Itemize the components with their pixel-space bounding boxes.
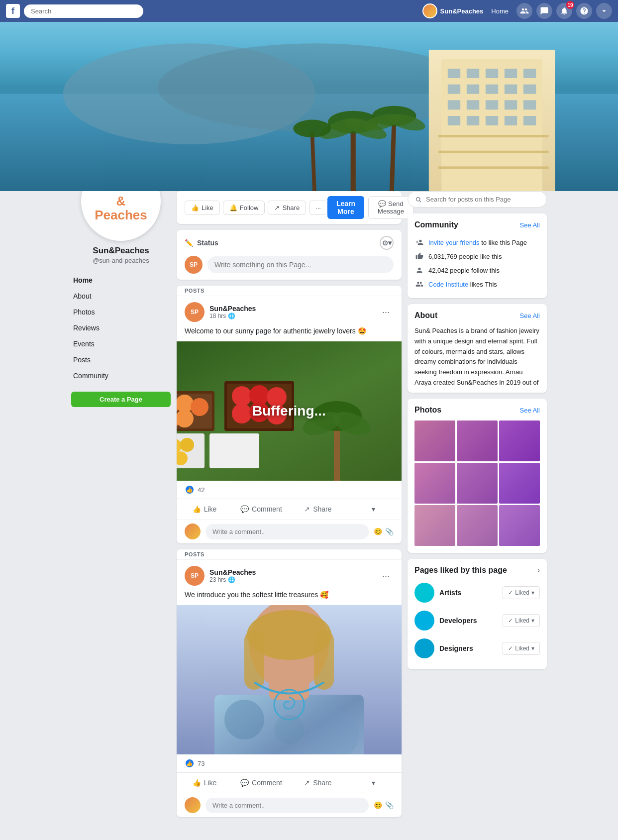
ellipsis-icon: ···: [315, 204, 321, 211]
nav-profile[interactable]: Sun&Peaches: [422, 3, 484, 18]
post-like-btn-1[interactable]: 👍 Like: [177, 501, 232, 517]
post-image-2: [177, 605, 402, 754]
nav-menu-icon[interactable]: [596, 3, 612, 19]
post-meta-2: 23 hrs 🌐: [209, 576, 256, 583]
svg-rect-6: [448, 69, 460, 78]
pages-liked-widget: Pages liked by this page › Artists ✓ Lik…: [408, 559, 547, 669]
more-button[interactable]: ···: [309, 201, 327, 215]
sidebar-item-photos[interactable]: Photos: [71, 304, 171, 320]
designers-liked-btn[interactable]: ✓ Liked ▾: [503, 642, 540, 655]
learn-more-button[interactable]: Learn More: [327, 196, 364, 219]
messenger-icon: 💬: [378, 200, 388, 208]
sidebar-item-events[interactable]: Events: [71, 336, 171, 352]
sidebar-item-about[interactable]: About: [71, 288, 171, 304]
svg-rect-16: [448, 100, 460, 109]
nav-messages-icon[interactable]: [536, 3, 552, 19]
create-page-button[interactable]: Create a Page: [71, 392, 171, 407]
sidebar-item-home[interactable]: Home: [71, 272, 171, 288]
community-code-item: Code Institute likes This: [414, 277, 540, 291]
checkmark-icon-1: ✓: [508, 617, 513, 624]
post-author-name-1[interactable]: Sun&Peaches: [209, 305, 256, 313]
photo-thumb-7[interactable]: [414, 505, 455, 546]
post-author-name-2[interactable]: Sun&Peaches: [209, 568, 256, 576]
pages-liked-title: Pages liked by this page: [414, 566, 507, 575]
photo-thumb-3[interactable]: [499, 420, 540, 461]
svg-point-38: [293, 120, 331, 137]
photos-see-all[interactable]: See All: [520, 407, 540, 414]
svg-rect-26: [438, 135, 549, 137]
about-see-all[interactable]: See All: [520, 312, 540, 319]
post-comment-btn-2[interactable]: 💬 Comment: [232, 775, 290, 791]
global-search-input[interactable]: [24, 4, 143, 18]
svg-rect-8: [486, 69, 498, 78]
nav-home-btn[interactable]: Home: [487, 5, 513, 17]
post-more-1[interactable]: ···: [378, 305, 394, 319]
community-see-all[interactable]: See All: [520, 221, 540, 229]
post-comment-btn-1[interactable]: 💬 Comment: [232, 501, 290, 517]
sidebar-item-community[interactable]: Community: [71, 368, 171, 384]
photo-thumb-9[interactable]: [499, 505, 540, 546]
like-button[interactable]: 👍 Like: [185, 201, 220, 215]
svg-rect-18: [486, 100, 498, 109]
code-institute-link[interactable]: Code Institute: [428, 281, 468, 288]
post-text-1: Welcome to our sunny page for authentic …: [177, 326, 402, 341]
globe-indicator-2: 🌐: [228, 576, 235, 583]
nav-notifications-icon[interactable]: 19: [556, 3, 572, 19]
post-card-2: Posts SP Sun&Peaches 23 hrs 🌐 ···: [177, 549, 402, 817]
status-input-row: SP: [185, 256, 394, 274]
emoji-icon-1[interactable]: 😊: [374, 527, 382, 535]
status-input[interactable]: [207, 256, 394, 273]
emoji-icon-2[interactable]: 😊: [374, 801, 382, 809]
designers-name[interactable]: Designers: [439, 644, 473, 652]
sidebar-item-posts[interactable]: Posts: [71, 352, 171, 368]
photo-thumb-4[interactable]: [414, 463, 455, 504]
follow-button[interactable]: 🔔 Follow: [223, 201, 265, 215]
post-more-action-btn-1[interactable]: ▾: [346, 501, 402, 517]
photo-thumb-8[interactable]: [457, 505, 498, 546]
post-label-2: Posts: [177, 549, 402, 560]
nav-friends-icon[interactable]: [516, 3, 532, 19]
cover-image: [0, 22, 618, 191]
comment-input-2[interactable]: [206, 798, 369, 813]
photo-thumb-1[interactable]: [414, 420, 455, 461]
artists-liked-btn[interactable]: ✓ Liked ▾: [503, 586, 540, 599]
svg-point-52: [232, 404, 252, 423]
svg-rect-20: [523, 100, 536, 109]
send-message-button[interactable]: 💬 Send Message: [368, 196, 413, 219]
svg-rect-15: [523, 85, 536, 94]
developers-name[interactable]: Developers: [439, 617, 477, 625]
like-action-icon-1: 👍: [193, 505, 201, 513]
sidebar-item-reviews[interactable]: Reviews: [71, 320, 171, 336]
status-option-btn[interactable]: ⊙▾: [380, 236, 394, 250]
attachment-icon-1[interactable]: 📎: [385, 527, 394, 535]
post-share-btn-1[interactable]: ↗ Share: [290, 501, 346, 517]
search-icon: [415, 196, 422, 203]
pages-liked-chevron[interactable]: ›: [537, 566, 540, 575]
post-more-2[interactable]: ···: [378, 569, 394, 583]
bell-icon: 🔔: [229, 204, 237, 211]
photos-grid: [414, 420, 540, 546]
page-search-input[interactable]: [426, 196, 539, 203]
comment-input-1[interactable]: [206, 524, 369, 539]
follows-icon: [414, 265, 424, 275]
pages-liked-header: Pages liked by this page ›: [414, 566, 540, 575]
pages-liked-item-2: Designers ✓ Liked ▾: [414, 634, 540, 662]
post-like-btn-2[interactable]: 👍 Like: [177, 775, 232, 791]
attachment-icon-2[interactable]: 📎: [385, 801, 394, 809]
developers-liked-btn[interactable]: ✓ Liked ▾: [503, 614, 540, 627]
share-button[interactable]: ↗ Share: [268, 201, 306, 215]
svg-rect-13: [486, 85, 498, 94]
pencil-icon: ✏️: [185, 239, 193, 247]
svg-point-74: [274, 715, 304, 744]
svg-rect-56: [209, 433, 259, 468]
comment-icons-2: 😊 📎: [374, 801, 394, 809]
artists-name[interactable]: Artists: [439, 589, 461, 597]
post-more-action-btn-2[interactable]: ▾: [346, 775, 402, 791]
photo-thumb-6[interactable]: [499, 463, 540, 504]
photo-thumb-2[interactable]: [457, 420, 498, 461]
post-share-btn-2[interactable]: ↗ Share: [290, 775, 346, 791]
post-meta-1: 18 hrs 🌐: [209, 313, 256, 319]
comment-action-icon-2: 💬: [240, 779, 249, 787]
nav-help-icon[interactable]: [576, 3, 592, 19]
photo-thumb-5[interactable]: [457, 463, 498, 504]
